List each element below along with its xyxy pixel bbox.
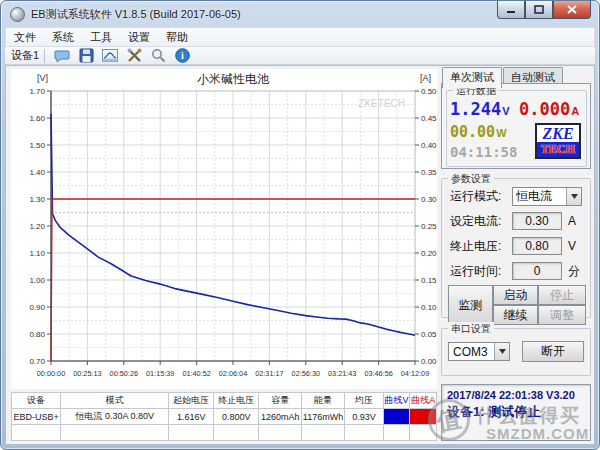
col-end-voltage: 终止电压 (214, 393, 259, 409)
current-display: 0.000 (519, 99, 570, 119)
svg-text:1.50: 1.50 (29, 141, 45, 150)
adjust-button[interactable]: 调整 (538, 305, 586, 325)
svg-text:小米碱性电池: 小米碱性电池 (197, 72, 270, 86)
save-icon[interactable] (77, 48, 95, 64)
voltage-unit: V (502, 105, 509, 117)
close-button[interactable] (553, 1, 591, 19)
run-mode-value: 恒电流 (513, 188, 552, 205)
col-avg-voltage: 均压 (345, 393, 384, 409)
svg-text:1.30: 1.30 (29, 195, 45, 204)
col-start-voltage: 起始电压 (169, 393, 214, 409)
svg-text:03:21:43: 03:21:43 (328, 369, 356, 378)
monitor-button[interactable]: 监测 (448, 285, 493, 325)
svg-text:0.10: 0.10 (421, 303, 437, 312)
stop-button[interactable]: 停止 (538, 285, 586, 305)
chevron-down-icon[interactable] (566, 188, 581, 205)
curve-v-color-swatch[interactable] (383, 409, 410, 425)
menu-help[interactable]: 帮助 (158, 28, 196, 47)
cell-capacity: 1260mAh (259, 409, 302, 425)
svg-text:0.35: 0.35 (421, 168, 437, 177)
title-bar[interactable]: EB测试系统软件 V1.8.5 (Build 2017-06-05) (1, 1, 599, 27)
status-device-state: 设备1: 测试停止 (447, 403, 585, 421)
zke-tech-logo: ZKE TECH (535, 123, 581, 159)
run-mode-label: 运行模式: (450, 188, 512, 205)
resume-button[interactable]: 继续 (493, 305, 538, 325)
serial-group: 串口设置 COM3 断开 (441, 328, 591, 376)
svg-text:1.10: 1.10 (29, 249, 45, 258)
menu-file[interactable]: 文件 (6, 28, 44, 47)
maximize-button[interactable] (525, 1, 553, 19)
svg-text:0.40: 0.40 (421, 141, 437, 150)
discharge-chart: 00:00:0000:25:1300:50:2601:15:3901:40:52… (11, 69, 437, 389)
elapsed-time-display: 04:11:58 (450, 144, 517, 160)
svg-text:02:31:17: 02:31:17 (255, 369, 283, 378)
svg-text:0.15: 0.15 (421, 276, 437, 285)
results-header-row: 设备 模式 起始电压 终止电压 容量 能量 均压 曲线V 曲线A (12, 393, 437, 409)
svg-text:0.70: 0.70 (29, 357, 45, 366)
run-mode-select[interactable]: 恒电流 (512, 187, 582, 206)
svg-text:0.30: 0.30 (421, 195, 437, 204)
svg-text:00:25:13: 00:25:13 (73, 369, 101, 378)
set-current-input[interactable]: 0.30 (512, 212, 562, 230)
svg-text:0.90: 0.90 (29, 303, 45, 312)
svg-text:i: i (181, 50, 184, 61)
maximize-icon (534, 5, 544, 14)
menu-tools[interactable]: 工具 (82, 28, 120, 47)
cutoff-voltage-input[interactable]: 0.80 (512, 237, 562, 255)
run-data-group: 运行数据 1.244 V 0.000 A 00.00 W 04:11:58 (446, 90, 587, 167)
svg-text:04:12:09: 04:12:09 (401, 369, 429, 378)
client-area: 00:00:0000:25:1300:50:2601:15:3901:40:52… (5, 65, 595, 445)
power-unit: W (496, 127, 506, 139)
param-group: 参数设置 运行模式: 恒电流 设定电流: 0.30 A 终止 (441, 178, 591, 318)
run-time-label: 运行时间: (450, 263, 512, 280)
col-device: 设备 (12, 393, 61, 409)
table-row-empty (12, 425, 437, 441)
device-selector-label[interactable]: 设备1 (11, 48, 39, 63)
cutoff-voltage-unit: V (568, 239, 576, 253)
window-title: EB测试系统软件 V1.8.5 (Build 2017-06-05) (31, 7, 241, 22)
disconnect-button[interactable]: 断开 (522, 341, 584, 362)
svg-text:1.20: 1.20 (29, 222, 45, 231)
menu-system[interactable]: 系统 (44, 28, 82, 47)
chat-icon[interactable] (53, 48, 71, 64)
serial-group-label: 串口设置 (448, 322, 494, 336)
toolbar: 设备1 i (5, 47, 595, 65)
svg-text:0.50: 0.50 (421, 87, 437, 96)
tools-icon[interactable] (125, 48, 143, 64)
curve-a-color-swatch[interactable] (410, 409, 437, 425)
svg-text:0.80: 0.80 (29, 330, 45, 339)
start-button[interactable]: 启动 (493, 285, 538, 305)
menu-settings[interactable]: 设置 (120, 28, 158, 47)
svg-text:0.05: 0.05 (421, 330, 437, 339)
run-time-unit: 分 (568, 263, 580, 280)
svg-text:03:46:56: 03:46:56 (364, 369, 392, 378)
com-port-select[interactable]: COM3 (448, 342, 510, 361)
svg-text:0.20: 0.20 (421, 249, 437, 258)
col-curve-v: 曲线V (383, 393, 410, 409)
col-mode: 模式 (61, 393, 169, 409)
svg-text:02:56:30: 02:56:30 (292, 369, 320, 378)
info-icon[interactable]: i (173, 48, 191, 64)
cell-end-voltage: 0.800V (214, 409, 259, 425)
waveform-icon[interactable] (101, 48, 119, 64)
set-current-label: 设定电流: (450, 213, 512, 230)
power-display: 00.00 (450, 123, 495, 141)
svg-text:[V]: [V] (37, 73, 48, 83)
results-table[interactable]: 设备 模式 起始电压 终止电压 容量 能量 均压 曲线V 曲线A EBD-USB… (11, 392, 437, 441)
svg-text:02:06:04: 02:06:04 (219, 369, 247, 378)
svg-text:1.70: 1.70 (29, 87, 45, 96)
voltage-display: 1.244 (450, 99, 501, 119)
run-time-input[interactable]: 0 (512, 262, 562, 280)
table-row[interactable]: EBD-USB+ 恒电流 0.30A 0.80V 1.616V 0.800V 1… (12, 409, 437, 425)
minimize-icon (506, 5, 516, 14)
zke-logo-bottom: TECH (537, 142, 579, 157)
minimize-button[interactable] (497, 1, 525, 19)
cell-energy: 1176mWh (302, 409, 345, 425)
param-group-label: 参数设置 (448, 172, 494, 186)
svg-text:00:00:00: 00:00:00 (37, 369, 65, 378)
tab-single-test[interactable]: 单次测试 (442, 67, 502, 88)
toolbar-separator (44, 49, 45, 63)
zoom-icon[interactable] (149, 48, 167, 64)
cell-device: EBD-USB+ (12, 409, 61, 425)
chevron-down-icon[interactable] (494, 343, 509, 360)
